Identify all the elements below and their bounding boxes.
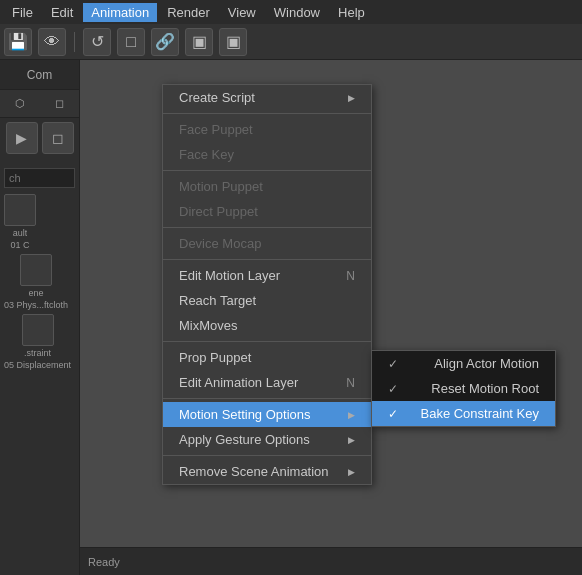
sidebar-tab1[interactable]: ⬡ xyxy=(0,90,40,118)
sidebar-tab2[interactable]: ◻ xyxy=(40,90,80,118)
sidebar-tabs: ⬡ ◻ xyxy=(0,90,79,118)
menu-edit-animation-layer[interactable]: Edit Animation Layer N xyxy=(163,370,371,395)
check-align-actor: ✓ xyxy=(388,357,398,371)
menu-motion-puppet: Motion Puppet xyxy=(163,174,371,199)
check-reset-motion: ✓ xyxy=(388,382,398,396)
toolbar-link[interactable]: 🔗 xyxy=(151,28,179,56)
menu-bar: File Edit Animation Render View Window H… xyxy=(0,0,582,24)
divider-1 xyxy=(163,113,371,114)
sidebar-row1: ▶ ◻ xyxy=(4,122,75,154)
sidebar-img-icon[interactable]: ◻ xyxy=(42,122,74,154)
check-bake-constraint: ✓ xyxy=(388,407,398,421)
submenu-align-actor[interactable]: ✓ Align Actor Motion xyxy=(372,351,555,376)
bottom-bar: Ready xyxy=(80,547,582,575)
sidebar-search-input[interactable] xyxy=(4,168,75,188)
divider-3 xyxy=(163,227,371,228)
menu-mixmoves[interactable]: MixMoves xyxy=(163,313,371,338)
menu-motion-setting-options[interactable]: Motion Setting Options xyxy=(163,402,371,427)
bake-constraint-submenu: ✓ Align Actor Motion ✓ Reset Motion Root… xyxy=(371,350,556,427)
toolbar-grid2[interactable]: ▣ xyxy=(219,28,247,56)
menu-help[interactable]: Help xyxy=(330,3,373,22)
animation-dropdown: Create Script Face Puppet Face Key Motio… xyxy=(162,84,372,485)
thumb-label-2b: 03 Phys...ftcloth xyxy=(4,300,68,310)
main-area: Com ⬡ ◻ ▶ ◻ ault 01 C xyxy=(0,60,582,575)
left-sidebar: Com ⬡ ◻ ▶ ◻ ault 01 C xyxy=(0,60,80,575)
menu-window[interactable]: Window xyxy=(266,3,328,22)
thumb-row1: ault 01 C xyxy=(4,194,75,250)
thumb-2[interactable] xyxy=(20,254,52,286)
sidebar-icons: ▶ ◻ xyxy=(0,118,79,158)
menu-reach-target[interactable]: Reach Target xyxy=(163,288,371,313)
thumb-1[interactable] xyxy=(4,194,36,226)
menu-remove-scene-animation[interactable]: Remove Scene Animation xyxy=(163,459,371,484)
sidebar-top-label: Com xyxy=(0,60,79,90)
toolbar-grid[interactable]: ▣ xyxy=(185,28,213,56)
toolbar: 💾 👁 ↺ □ 🔗 ▣ ▣ xyxy=(0,24,582,60)
menu-face-puppet: Face Puppet xyxy=(163,117,371,142)
thumb-label-1a: ault xyxy=(13,228,28,238)
toolbar-save[interactable]: 💾 xyxy=(4,28,32,56)
menu-create-script[interactable]: Create Script xyxy=(163,85,371,110)
thumb-label-3b: 05 Displacement xyxy=(4,360,71,370)
menu-face-key: Face Key xyxy=(163,142,371,167)
thumb-grid: ault 01 C ene 03 Phys...ftcloth .straint… xyxy=(0,190,79,374)
menu-animation[interactable]: Animation xyxy=(83,3,157,22)
sidebar-search-label xyxy=(0,158,79,166)
divider-5 xyxy=(163,341,371,342)
toolbar-frame[interactable]: □ xyxy=(117,28,145,56)
divider-2 xyxy=(163,170,371,171)
menu-edit-motion-layer[interactable]: Edit Motion Layer N xyxy=(163,263,371,288)
menu-device-mocap: Device Mocap xyxy=(163,231,371,256)
divider-4 xyxy=(163,259,371,260)
submenu-reset-motion[interactable]: ✓ Reset Motion Root xyxy=(372,376,555,401)
thumb-label-2a: ene xyxy=(29,288,44,298)
divider-7 xyxy=(163,455,371,456)
submenu-bake-constraint[interactable]: ✓ Bake Constraint Key xyxy=(372,401,555,426)
toolbar-rotate[interactable]: ↺ xyxy=(83,28,111,56)
canvas-area: Create Script Face Puppet Face Key Motio… xyxy=(80,60,582,575)
sidebar-run-icon[interactable]: ▶ xyxy=(6,122,38,154)
menu-apply-gesture-options[interactable]: Apply Gesture Options xyxy=(163,427,371,452)
thumb-row3: .straint 05 Displacement xyxy=(4,314,75,370)
divider-6 xyxy=(163,398,371,399)
menu-direct-puppet: Direct Puppet xyxy=(163,199,371,224)
toolbar-btn2[interactable]: 👁 xyxy=(38,28,66,56)
bottom-status: Ready xyxy=(88,556,120,568)
menu-file[interactable]: File xyxy=(4,3,41,22)
thumb-row2: ene 03 Phys...ftcloth xyxy=(4,254,75,310)
menu-view[interactable]: View xyxy=(220,3,264,22)
toolbar-sep1 xyxy=(74,32,75,52)
thumb-3[interactable] xyxy=(22,314,54,346)
thumb-label-3a: .straint xyxy=(24,348,51,358)
menu-prop-puppet[interactable]: Prop Puppet xyxy=(163,345,371,370)
menu-render[interactable]: Render xyxy=(159,3,218,22)
thumb-label-1b: 01 C xyxy=(10,240,29,250)
menu-edit[interactable]: Edit xyxy=(43,3,81,22)
